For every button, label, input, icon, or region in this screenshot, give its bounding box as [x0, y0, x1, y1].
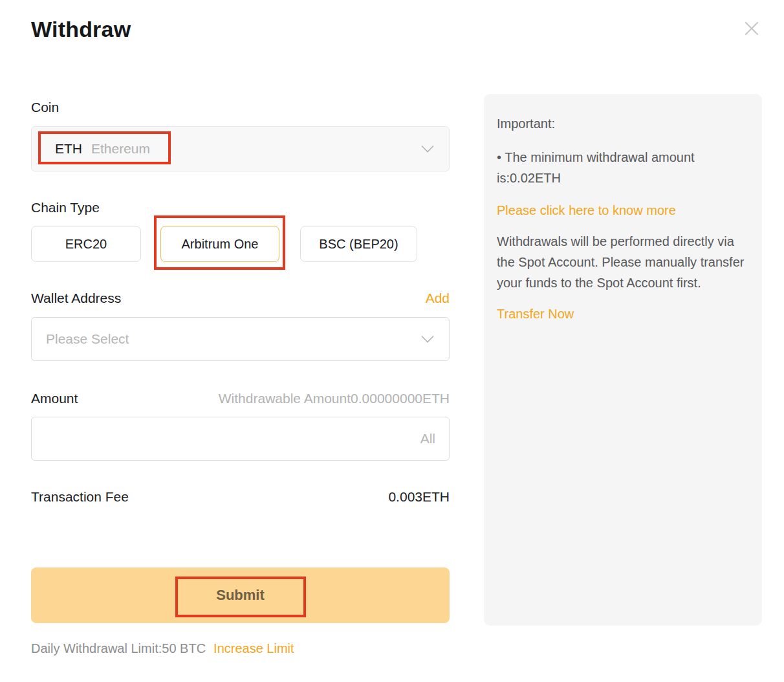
amount-all-button[interactable]: All [420, 431, 435, 446]
chevron-down-icon [420, 145, 435, 153]
chain-option-bsc-bep20[interactable]: BSC (BEP20) [300, 226, 417, 262]
transaction-fee-value: 0.003ETH [388, 489, 450, 505]
withdraw-modal: Withdraw Coin ETH Ethereum Chain Type ER… [0, 0, 784, 682]
minimum-withdrawal-note: • The minimum withdrawal amount is:0.02E… [497, 147, 748, 188]
coin-symbol: ETH [55, 141, 82, 157]
transaction-fee-row: Transaction Fee 0.003ETH [31, 489, 450, 505]
chain-option-arbitrum-one[interactable]: Arbitrum One [160, 226, 279, 262]
important-info-panel: Important: • The minimum withdrawal amou… [484, 94, 762, 626]
close-button[interactable] [741, 18, 762, 39]
withdrawable-amount-hint: Withdrawable Amount0.00000000ETH [219, 391, 450, 406]
amount-input-wrap: All [31, 417, 450, 461]
chain-type-label: Chain Type [31, 199, 450, 217]
spot-account-note: Withdrawals will be performed directly v… [497, 231, 748, 293]
withdraw-form: Withdraw Coin ETH Ethereum Chain Type ER… [31, 0, 450, 656]
info-heading: Important: [497, 113, 748, 134]
submit-button[interactable]: Submit [31, 567, 450, 623]
increase-limit-link[interactable]: Increase Limit [213, 641, 294, 656]
wallet-address-row: Wallet Address Add [31, 289, 450, 307]
amount-input[interactable] [31, 417, 450, 461]
wallet-address-select[interactable]: Please Select [31, 317, 450, 361]
wallet-address-label: Wallet Address [31, 289, 121, 307]
wallet-address-placeholder: Please Select [46, 331, 129, 347]
transfer-now-link[interactable]: Transfer Now [497, 303, 574, 324]
amount-label: Amount [31, 390, 78, 408]
chevron-down-icon [420, 335, 435, 344]
chain-option-erc20[interactable]: ERC20 [31, 226, 141, 262]
coin-label: Coin [31, 98, 450, 116]
add-address-link[interactable]: Add [426, 291, 450, 306]
coin-select[interactable]: ETH Ethereum [31, 126, 450, 171]
transaction-fee-label: Transaction Fee [31, 489, 129, 505]
submit-wrap: Submit [31, 567, 450, 623]
close-icon [743, 19, 761, 38]
daily-limit-text: Daily Withdrawal Limit:50 BTC [31, 641, 206, 656]
amount-row: Amount Withdrawable Amount0.00000000ETH [31, 390, 450, 408]
coin-name: Ethereum [91, 141, 150, 157]
chain-type-options: ERC20 Arbitrum One BSC (BEP20) [31, 226, 450, 262]
know-more-link[interactable]: Please click here to know more [497, 200, 676, 221]
page-title: Withdraw [31, 14, 450, 44]
daily-limit-row: Daily Withdrawal Limit:50 BTC Increase L… [31, 641, 450, 656]
